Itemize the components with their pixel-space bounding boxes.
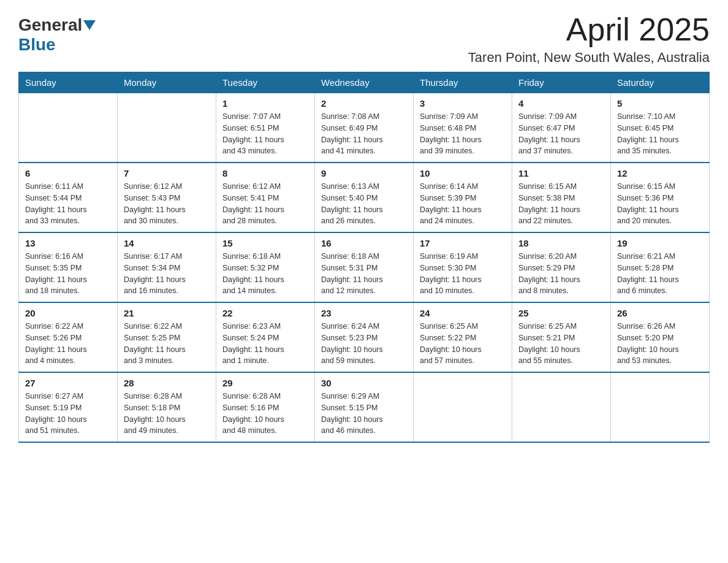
calendar-cell: 21Sunrise: 6:22 AMSunset: 5:25 PMDayligh…	[118, 302, 216, 372]
day-number: 13	[25, 238, 111, 248]
day-number: 19	[617, 238, 703, 248]
calendar-cell: 11Sunrise: 6:15 AMSunset: 5:38 PMDayligh…	[512, 163, 611, 232]
day-number: 18	[518, 238, 604, 248]
calendar-cell: 13Sunrise: 6:16 AMSunset: 5:35 PMDayligh…	[19, 232, 118, 302]
calendar-week-row: 1Sunrise: 7:07 AMSunset: 6:51 PMDaylight…	[19, 93, 710, 163]
calendar-table: SundayMondayTuesdayWednesdayThursdayFrid…	[18, 72, 710, 443]
calendar-week-row: 6Sunrise: 6:11 AMSunset: 5:44 PMDaylight…	[19, 163, 710, 232]
day-number: 21	[124, 308, 210, 318]
calendar-cell: 12Sunrise: 6:15 AMSunset: 5:36 PMDayligh…	[611, 163, 710, 232]
calendar-cell: 9Sunrise: 6:13 AMSunset: 5:40 PMDaylight…	[315, 163, 414, 232]
calendar-cell: 14Sunrise: 6:17 AMSunset: 5:34 PMDayligh…	[118, 232, 216, 302]
logo-general-text: General	[18, 15, 82, 35]
weekday-header-friday: Friday	[512, 72, 611, 93]
day-number: 2	[321, 98, 407, 109]
day-number: 26	[617, 308, 703, 318]
weekday-header-row: SundayMondayTuesdayWednesdayThursdayFrid…	[19, 72, 710, 93]
day-number: 11	[518, 168, 604, 178]
day-info: Sunrise: 7:08 AMSunset: 6:49 PMDaylight:…	[321, 111, 407, 157]
calendar-cell: 28Sunrise: 6:28 AMSunset: 5:18 PMDayligh…	[118, 372, 216, 442]
calendar-cell: 29Sunrise: 6:28 AMSunset: 5:16 PMDayligh…	[216, 372, 315, 442]
day-info: Sunrise: 6:11 AMSunset: 5:44 PMDaylight:…	[25, 181, 111, 227]
calendar-cell: 5Sunrise: 7:10 AMSunset: 6:45 PMDaylight…	[611, 93, 710, 163]
calendar-cell: 27Sunrise: 6:27 AMSunset: 5:19 PMDayligh…	[19, 372, 118, 442]
calendar-cell: 30Sunrise: 6:29 AMSunset: 5:15 PMDayligh…	[315, 372, 414, 442]
calendar-cell: 10Sunrise: 6:14 AMSunset: 5:39 PMDayligh…	[414, 163, 512, 232]
day-info: Sunrise: 6:13 AMSunset: 5:40 PMDaylight:…	[321, 181, 407, 227]
day-info: Sunrise: 6:25 AMSunset: 5:21 PMDaylight:…	[518, 321, 604, 367]
day-info: Sunrise: 6:16 AMSunset: 5:35 PMDaylight:…	[25, 251, 111, 297]
calendar-week-row: 20Sunrise: 6:22 AMSunset: 5:26 PMDayligh…	[19, 302, 710, 372]
day-info: Sunrise: 6:27 AMSunset: 5:19 PMDaylight:…	[25, 391, 111, 437]
day-info: Sunrise: 7:09 AMSunset: 6:47 PMDaylight:…	[518, 111, 604, 157]
calendar-cell: 19Sunrise: 6:21 AMSunset: 5:28 PMDayligh…	[611, 232, 710, 302]
calendar-cell: 7Sunrise: 6:12 AMSunset: 5:43 PMDaylight…	[118, 163, 216, 232]
calendar-cell: 26Sunrise: 6:26 AMSunset: 5:20 PMDayligh…	[611, 302, 710, 372]
calendar-cell	[512, 372, 611, 442]
day-number: 23	[321, 308, 407, 318]
weekday-header-sunday: Sunday	[19, 72, 118, 93]
day-info: Sunrise: 6:24 AMSunset: 5:23 PMDaylight:…	[321, 321, 407, 367]
logo-triangle-icon	[83, 20, 96, 30]
day-info: Sunrise: 7:07 AMSunset: 6:51 PMDaylight:…	[222, 111, 308, 157]
day-number: 10	[420, 168, 506, 178]
month-title: April 2025	[468, 12, 710, 47]
weekday-header-saturday: Saturday	[611, 72, 710, 93]
day-number: 6	[25, 168, 111, 178]
calendar-cell: 15Sunrise: 6:18 AMSunset: 5:32 PMDayligh…	[216, 232, 315, 302]
weekday-header-wednesday: Wednesday	[315, 72, 414, 93]
day-info: Sunrise: 6:15 AMSunset: 5:38 PMDaylight:…	[518, 181, 604, 227]
calendar-cell: 2Sunrise: 7:08 AMSunset: 6:49 PMDaylight…	[315, 93, 414, 163]
day-number: 27	[25, 378, 111, 388]
day-info: Sunrise: 6:28 AMSunset: 5:16 PMDaylight:…	[222, 391, 308, 437]
calendar-cell	[414, 372, 512, 442]
day-number: 22	[222, 308, 308, 318]
day-info: Sunrise: 6:23 AMSunset: 5:24 PMDaylight:…	[222, 321, 308, 367]
calendar-cell: 17Sunrise: 6:19 AMSunset: 5:30 PMDayligh…	[414, 232, 512, 302]
weekday-header-monday: Monday	[118, 72, 216, 93]
day-info: Sunrise: 6:28 AMSunset: 5:18 PMDaylight:…	[124, 391, 210, 437]
calendar-cell	[118, 93, 216, 163]
calendar-cell: 4Sunrise: 7:09 AMSunset: 6:47 PMDaylight…	[512, 93, 611, 163]
day-number: 24	[420, 308, 506, 318]
day-info: Sunrise: 6:22 AMSunset: 5:26 PMDaylight:…	[25, 321, 111, 367]
day-number: 30	[321, 378, 407, 388]
location-title: Taren Point, New South Wales, Australia	[468, 50, 710, 66]
calendar-header: SundayMondayTuesdayWednesdayThursdayFrid…	[19, 72, 710, 93]
calendar-cell: 1Sunrise: 7:07 AMSunset: 6:51 PMDaylight…	[216, 93, 315, 163]
day-info: Sunrise: 6:15 AMSunset: 5:36 PMDaylight:…	[617, 181, 703, 227]
day-info: Sunrise: 6:22 AMSunset: 5:25 PMDaylight:…	[124, 321, 210, 367]
day-info: Sunrise: 6:12 AMSunset: 5:43 PMDaylight:…	[124, 181, 210, 227]
calendar-cell: 6Sunrise: 6:11 AMSunset: 5:44 PMDaylight…	[19, 163, 118, 232]
day-info: Sunrise: 6:18 AMSunset: 5:32 PMDaylight:…	[222, 251, 308, 297]
calendar-cell: 18Sunrise: 6:20 AMSunset: 5:29 PMDayligh…	[512, 232, 611, 302]
day-number: 28	[124, 378, 210, 388]
day-info: Sunrise: 6:18 AMSunset: 5:31 PMDaylight:…	[321, 251, 407, 297]
day-number: 29	[222, 378, 308, 388]
day-info: Sunrise: 6:12 AMSunset: 5:41 PMDaylight:…	[222, 181, 308, 227]
day-info: Sunrise: 6:19 AMSunset: 5:30 PMDaylight:…	[420, 251, 506, 297]
calendar-body: 1Sunrise: 7:07 AMSunset: 6:51 PMDaylight…	[19, 93, 710, 443]
page-header: General Blue April 2025 Taren Point, New…	[18, 12, 710, 66]
calendar-week-row: 13Sunrise: 6:16 AMSunset: 5:35 PMDayligh…	[19, 232, 710, 302]
day-info: Sunrise: 6:26 AMSunset: 5:20 PMDaylight:…	[617, 321, 703, 367]
day-number: 7	[124, 168, 210, 178]
calendar-cell: 3Sunrise: 7:09 AMSunset: 6:48 PMDaylight…	[414, 93, 512, 163]
calendar-cell: 20Sunrise: 6:22 AMSunset: 5:26 PMDayligh…	[19, 302, 118, 372]
day-info: Sunrise: 7:09 AMSunset: 6:48 PMDaylight:…	[420, 111, 506, 157]
day-number: 12	[617, 168, 703, 178]
day-number: 4	[518, 98, 604, 109]
day-info: Sunrise: 6:17 AMSunset: 5:34 PMDaylight:…	[124, 251, 210, 297]
day-number: 3	[420, 98, 506, 109]
day-info: Sunrise: 7:10 AMSunset: 6:45 PMDaylight:…	[617, 111, 703, 157]
day-info: Sunrise: 6:14 AMSunset: 5:39 PMDaylight:…	[420, 181, 506, 227]
day-number: 5	[617, 98, 703, 109]
day-info: Sunrise: 6:20 AMSunset: 5:29 PMDaylight:…	[518, 251, 604, 297]
calendar-cell	[19, 93, 118, 163]
calendar-cell: 25Sunrise: 6:25 AMSunset: 5:21 PMDayligh…	[512, 302, 611, 372]
calendar-cell: 22Sunrise: 6:23 AMSunset: 5:24 PMDayligh…	[216, 302, 315, 372]
day-number: 25	[518, 308, 604, 318]
calendar-cell: 16Sunrise: 6:18 AMSunset: 5:31 PMDayligh…	[315, 232, 414, 302]
weekday-header-thursday: Thursday	[414, 72, 512, 93]
weekday-header-tuesday: Tuesday	[216, 72, 315, 93]
